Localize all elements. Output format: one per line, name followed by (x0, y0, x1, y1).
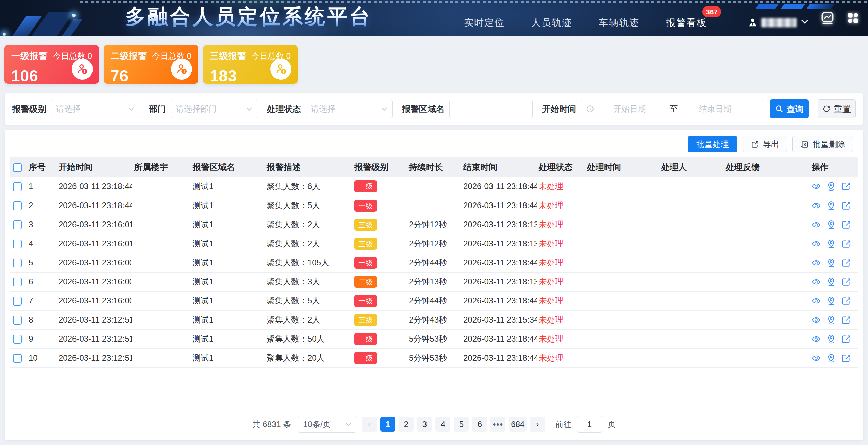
locate-icon[interactable] (826, 258, 836, 268)
cell-status: 未处理 (537, 310, 585, 329)
table-row: 102026-03-11 23:12:51测试1聚集人数：20人一级5分钟53秒… (10, 348, 858, 367)
page-size-select[interactable]: 10条/页 (298, 416, 356, 433)
edit-icon[interactable] (841, 315, 851, 325)
filter-status-select[interactable]: 请选择 (306, 100, 393, 118)
row-checkbox[interactable] (13, 240, 22, 248)
decor-glow-dot (72, 14, 76, 17)
edit-icon[interactable] (841, 258, 851, 267)
row-checkbox[interactable] (13, 259, 22, 267)
goto-page-input[interactable]: 1 (577, 416, 602, 433)
edit-icon[interactable] (841, 296, 851, 306)
edit-icon[interactable] (841, 277, 851, 286)
cell-level: 一级 (352, 348, 407, 367)
edit-icon[interactable] (841, 182, 851, 191)
view-icon[interactable] (812, 353, 821, 363)
status-text: 未处理 (539, 239, 563, 248)
page-button-684[interactable]: 684 (509, 417, 527, 432)
search-button[interactable]: 查询 (770, 99, 809, 118)
view-icon[interactable] (812, 182, 821, 191)
locate-icon[interactable] (826, 277, 836, 287)
apps-grid-icon[interactable] (846, 11, 860, 25)
page-button-6[interactable]: 6 (472, 417, 487, 432)
locate-icon[interactable] (826, 315, 836, 325)
column-header-13: 操作 (809, 157, 858, 177)
select-all-checkbox[interactable] (13, 163, 22, 172)
batch-process-button[interactable]: 批量处理 (688, 136, 737, 152)
table-row: 42026-03-11 23:16:01测试1聚集人数：2人三级2分钟12秒20… (10, 234, 858, 253)
row-checkbox[interactable] (13, 220, 22, 229)
locate-icon[interactable] (826, 353, 836, 363)
view-icon[interactable] (812, 220, 821, 229)
view-icon[interactable] (812, 277, 821, 286)
cell-level: 一级 (352, 291, 407, 310)
more-pages-button[interactable]: ••• (490, 417, 505, 432)
end-date-placeholder: 结束日期 (699, 103, 732, 114)
edit-icon[interactable] (841, 353, 851, 363)
edit-icon[interactable] (841, 220, 851, 229)
row-checkbox[interactable] (13, 354, 22, 363)
nav-item-2[interactable]: 人员轨迹 (531, 16, 572, 29)
table-row: 92026-03-11 23:12:51测试1聚集人数：50人一级5分钟53秒2… (10, 329, 858, 348)
batch-delete-button[interactable]: 批量删除 (792, 136, 853, 152)
locate-icon[interactable] (826, 239, 836, 249)
locate-icon[interactable] (826, 296, 836, 306)
stat-card-2: 二级报警今日总数 076 (104, 45, 198, 84)
nav-item-4[interactable]: 报警看板367 (666, 16, 707, 29)
row-checkbox[interactable] (13, 335, 22, 344)
cell-index: 10 (27, 348, 56, 367)
view-icon[interactable] (812, 201, 821, 210)
cell-actions (809, 215, 858, 234)
view-icon[interactable] (812, 315, 821, 325)
export-button[interactable]: 导出 (743, 136, 787, 152)
row-checkbox[interactable] (13, 182, 22, 191)
row-checkbox[interactable] (13, 316, 22, 325)
cell-description: 聚集人数：20人 (265, 348, 352, 367)
locate-icon[interactable] (826, 334, 836, 344)
cell-end-time: 2026-03-11 23:18:44 (461, 348, 537, 367)
cell-description: 聚集人数：105人 (265, 253, 352, 272)
cell-handler (659, 234, 724, 253)
locate-icon[interactable] (826, 201, 836, 211)
cell-end-time: 2026-03-11 23:18:13 (461, 234, 537, 253)
row-select-cell (10, 177, 27, 196)
nav-item-1[interactable]: 实时定位 (464, 16, 505, 29)
view-icon[interactable] (812, 258, 821, 267)
filter-area-input[interactable] (449, 100, 533, 118)
cell-status: 未处理 (537, 177, 585, 196)
edit-icon[interactable] (841, 239, 851, 248)
status-text: 未处理 (539, 296, 563, 305)
cell-start-time: 2026-03-11 23:18:44 (56, 177, 132, 196)
edit-icon[interactable] (841, 334, 851, 344)
view-icon[interactable] (812, 239, 821, 248)
locate-icon[interactable] (826, 220, 836, 230)
row-checkbox[interactable] (13, 278, 22, 286)
filter-level-select[interactable]: 请选择 (51, 100, 139, 118)
filter-department-select[interactable]: 请选择部门 (171, 100, 257, 118)
batch-delete-label: 批量删除 (813, 139, 845, 150)
username-blurred (761, 18, 797, 27)
cell-end-time: 2026-03-11 23:18:44 (461, 329, 537, 348)
reset-button[interactable]: 重置 (818, 99, 856, 118)
page-button-1[interactable]: 1 (380, 417, 395, 432)
edit-icon[interactable] (841, 201, 851, 210)
page-button-5[interactable]: 5 (454, 417, 469, 432)
cell-feedback (724, 291, 809, 310)
dashboard-monitor-icon[interactable] (820, 11, 835, 25)
view-icon[interactable] (812, 334, 821, 344)
level-badge: 一级 (354, 180, 377, 192)
cell-area: 测试1 (190, 196, 265, 215)
cell-description: 聚集人数：6人 (265, 177, 352, 196)
locate-icon[interactable] (826, 181, 836, 191)
page-button-4[interactable]: 4 (435, 417, 450, 432)
row-checkbox[interactable] (13, 201, 22, 210)
nav-item-3[interactable]: 车辆轨迹 (599, 16, 639, 29)
page-button-2[interactable]: 2 (399, 417, 414, 432)
filter-date-range[interactable]: 开始日期 至 结束日期 (581, 100, 763, 118)
row-checkbox[interactable] (13, 297, 22, 306)
page-button-3[interactable]: 3 (417, 417, 432, 432)
user-menu[interactable] (748, 17, 809, 28)
next-page-button[interactable]: › (530, 417, 545, 432)
user-avatar-icon (748, 17, 758, 28)
status-text: 未处理 (539, 353, 563, 362)
view-icon[interactable] (812, 296, 821, 306)
